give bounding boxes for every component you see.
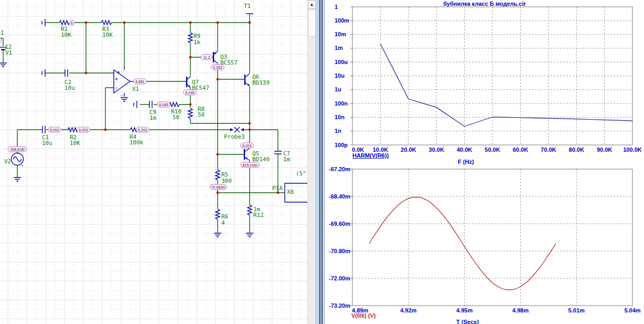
component-label: 10K [102, 32, 113, 38]
x-tick-label: 30.0K [429, 147, 444, 153]
component-label: BD140 [252, 156, 270, 163]
node-value-badge: 70.483m [210, 184, 227, 190]
y-tick-label: -73.20m [329, 302, 350, 309]
junction-dot [217, 22, 219, 24]
component-label: 10u [65, 85, 75, 91]
component-label: PIA [272, 185, 283, 192]
svg-text:338.618f: 338.618f [10, 148, 24, 151]
component-label: 4 [221, 220, 225, 226]
node-value-badge: 338.618f [8, 147, 27, 152]
svg-text:5.353: 5.353 [213, 66, 222, 69]
y-tick-label: -67.20m [329, 166, 350, 172]
component-label: 50 [198, 111, 205, 118]
vr6-series-label: V(R6) (V) [351, 312, 375, 319]
y-tick-label: 1u [335, 86, 341, 92]
x-tick-label: 80.0K [569, 147, 584, 153]
schematic-editor-pane[interactable]: + + - - [0, 0, 307, 324]
scrollbar-thumb[interactable] [308, 9, 316, 37]
splitter-line [321, 0, 323, 324]
node-value-badge: 6.003 [136, 127, 149, 132]
node-value-badge: 6.045 [157, 102, 170, 107]
y-tick-label: -70.80m [329, 248, 350, 254]
schematic-canvas[interactable]: + + - - [0, 0, 307, 324]
x-tick-label: 4.92m [400, 307, 416, 313]
junction-dot [217, 78, 219, 81]
y-tick-label: 10u [335, 72, 345, 79]
junction-dot [85, 72, 88, 75]
junction-dot [189, 22, 192, 24]
opamp-plus-power: + [117, 70, 120, 75]
svg-text:815.016n: 815.016n [242, 163, 257, 167]
svg-text:6.681: 6.681 [135, 80, 145, 83]
svg-text:6.003: 6.003 [79, 128, 88, 132]
node-value-badge: 6.681 [134, 79, 147, 84]
opamp-noninv-input: + [115, 77, 117, 82]
svg-text:6.045: 6.045 [159, 103, 168, 107]
component-label: V1 [5, 49, 12, 56]
node-value-badge: 6.003 [77, 127, 90, 132]
harm-series-label[interactable]: HARM(V(R6)) [352, 152, 389, 159]
node-value-badge: 6.045 [184, 90, 197, 95]
y-tick-label: 100n [335, 100, 348, 107]
svg-text:6: 6 [71, 21, 73, 25]
component-label: T1 [244, 3, 251, 9]
junction-dot [249, 129, 251, 131]
node-value-badge: 815.016n [241, 162, 260, 168]
y-tick-label: 100m [335, 17, 349, 24]
node-value-badge: 6 [69, 20, 74, 25]
x-tick-label: 60.0K [513, 147, 528, 153]
node-value-badge: 5.353 [211, 65, 224, 70]
plot-window-title: бубнилка класс Б модель.cir [325, 1, 644, 7]
y-tick-label: 1n [335, 128, 341, 134]
x-tick-label: 100.0K [623, 147, 642, 153]
frequency-axis-label: F (Hz) [458, 159, 474, 165]
junction-dot [189, 103, 192, 106]
junction-dot [217, 153, 219, 156]
y-tick-label: 10m [335, 31, 346, 37]
component-label: X8 [287, 189, 294, 195]
junction-dot [277, 192, 280, 194]
component-label: R12 [253, 212, 264, 218]
y-tick-label: 100u [335, 59, 348, 65]
y-tick-label: 1m [335, 45, 343, 51]
component-label: 10K [70, 140, 80, 147]
schematic-vertical-scrollbar[interactable]: ▲ [307, 0, 315, 324]
svg-text:6.003: 6.003 [242, 144, 252, 148]
svg-text:11.2: 11.2 [203, 56, 210, 59]
junction-dot [249, 122, 251, 125]
node-value-badge: 6.003 [241, 143, 254, 148]
component-label: 1k [194, 39, 201, 46]
node-value-badge: 6.003 [48, 127, 61, 132]
x-tick-label: 5.01m [568, 307, 585, 313]
svg-text:6.003: 6.003 [138, 128, 147, 132]
x-tick-label: 40.0K [457, 147, 472, 153]
scroll-up-button[interactable]: ▲ [308, 0, 316, 9]
harmonic-curve [380, 44, 632, 126]
y-tick-label: -68.40m [329, 193, 350, 200]
component-label: 1m [149, 114, 157, 121]
component-label: 10K [61, 32, 71, 38]
window-splitter[interactable] [315, 0, 325, 324]
component-label: X1 [132, 86, 139, 92]
component-label: (S^ [296, 170, 306, 177]
y-tick-label: 10n [335, 114, 345, 120]
x-tick-label: 4.95m [456, 307, 473, 313]
analysis-plot-pane[interactable]: 0.0K10.0K20.0K30.0K40.0K50.0K60.0K70.0K8… [325, 0, 644, 324]
junction-dot [189, 56, 192, 59]
transient-curve [369, 197, 556, 290]
component-label: 1 [1, 29, 4, 36]
opamp-inv-input: - [116, 85, 117, 90]
time-axis-label: T (Secs) [456, 319, 479, 324]
svg-text:70.483m: 70.483m [211, 185, 225, 189]
y-tick-label: -72.00m [329, 275, 350, 281]
svg-text:6.003: 6.003 [50, 128, 59, 132]
x-tick-label: 70.0K [541, 147, 556, 153]
junction-dot [217, 192, 219, 194]
component-label: BD139 [252, 79, 270, 86]
y-tick-label: 100p [335, 142, 348, 148]
polarity-minus: - [22, 163, 23, 168]
component-label: Probe3 [224, 133, 245, 140]
junction-dot [249, 22, 251, 24]
component-label: V2 [4, 158, 11, 165]
node-value-badge: 11.2 [201, 55, 212, 60]
